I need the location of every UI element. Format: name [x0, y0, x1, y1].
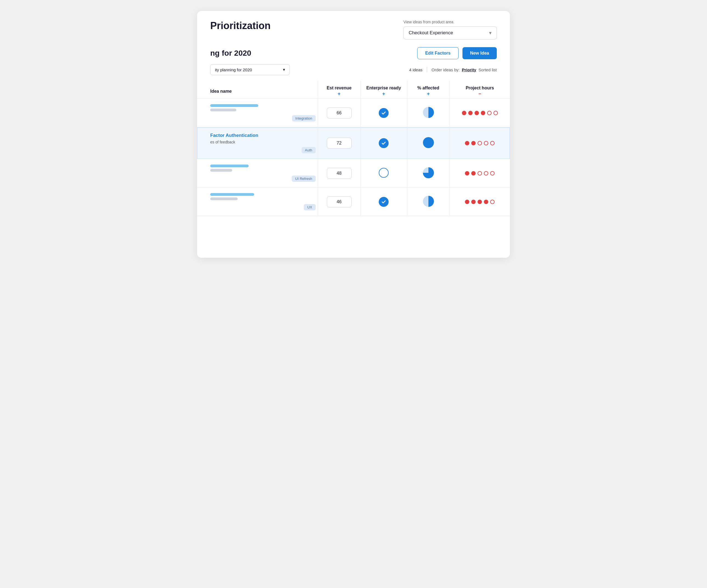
- product-area-dropdown[interactable]: Checkout Experience ▾: [403, 26, 497, 39]
- dot-filled: [484, 200, 488, 204]
- list-dropdown[interactable]: ity planning for 2020 ▾: [210, 64, 290, 75]
- project-hours-cell: [449, 188, 510, 216]
- idea-title[interactable]: Factor Authentication: [210, 133, 316, 138]
- col-est-revenue: Est revenue +: [318, 81, 360, 99]
- enterprise-cell: [360, 99, 407, 127]
- pct-affected-cell: [407, 159, 449, 188]
- ideas-count: 4 ideas: [409, 68, 423, 72]
- enterprise-check-filled: [379, 138, 389, 148]
- dot-empty: [477, 141, 482, 145]
- col-enterprise-ready: Enterprise ready +: [360, 81, 407, 99]
- col-project-hours: Project hours −: [449, 81, 510, 99]
- dots-rating: [452, 141, 508, 145]
- pct-affected-cell: [407, 127, 449, 159]
- sub-title: ng for 2020: [210, 49, 251, 58]
- idea-bars: [210, 164, 316, 172]
- dot-empty: [477, 171, 482, 176]
- revenue-cell: [318, 159, 360, 188]
- project-hours-cell: [449, 127, 510, 159]
- table-body: Integration Factor Authenticationes of f…: [197, 99, 510, 216]
- dot-filled: [477, 200, 482, 204]
- revenue-input[interactable]: [327, 138, 351, 149]
- table-row: Integration: [197, 99, 510, 127]
- table-row: Factor Authenticationes of feedbackAuth: [197, 127, 510, 159]
- table-header: Idea name Est revenue + Enterprise ready…: [197, 81, 510, 99]
- pct-plus[interactable]: +: [409, 91, 447, 97]
- idea-subtitle: es of feedback: [210, 140, 316, 144]
- dots-rating: [452, 200, 508, 204]
- product-area-label: View ideas from product area: [403, 20, 453, 24]
- idea-bar: [210, 104, 258, 107]
- revenue-cell: [318, 188, 360, 216]
- col-idea-name: Idea name: [197, 81, 318, 99]
- dot-empty: [494, 111, 498, 115]
- app-card: Prioritization View ideas from product a…: [197, 11, 510, 258]
- dot-empty: [490, 171, 495, 176]
- idea-bars: [210, 193, 316, 200]
- revenue-input[interactable]: [327, 168, 351, 179]
- edit-factors-button[interactable]: Edit Factors: [417, 47, 458, 59]
- idea-name-cell: Factor Authenticationes of feedbackAuth: [210, 133, 316, 153]
- order-priority[interactable]: Priority: [462, 68, 476, 72]
- est-revenue-plus[interactable]: +: [320, 91, 358, 97]
- dot-filled: [465, 171, 469, 176]
- table-row: UI Refresh: [197, 159, 510, 188]
- table-row: UX: [197, 188, 510, 216]
- pct-affected-cell: [407, 188, 449, 216]
- project-hours-cell: [449, 159, 510, 188]
- revenue-input[interactable]: [327, 196, 351, 207]
- revenue-cell: [318, 127, 360, 159]
- enterprise-cell: [360, 127, 407, 159]
- new-idea-button[interactable]: New Idea: [463, 47, 497, 59]
- enterprise-plus[interactable]: +: [363, 91, 405, 97]
- dots-rating: [452, 111, 508, 115]
- order-by-label: Order ideas by:: [432, 68, 460, 72]
- dot-empty: [484, 171, 488, 176]
- idea-bar: [210, 193, 254, 196]
- dot-filled: [475, 111, 479, 115]
- idea-bar: [210, 197, 238, 200]
- dot-empty: [490, 200, 495, 204]
- header-area: Prioritization View ideas from product a…: [197, 11, 510, 39]
- idea-name-cell: UX: [210, 193, 316, 210]
- dot-filled: [471, 171, 476, 176]
- dot-filled: [462, 111, 466, 115]
- idea-tag[interactable]: Auth: [302, 147, 316, 153]
- project-hours-cell: [449, 99, 510, 127]
- product-area-chevron: ▾: [489, 30, 492, 36]
- order-row: 4 ideas Order ideas by: Priority Sorted …: [409, 67, 497, 72]
- product-area-selector: View ideas from product area Checkout Ex…: [403, 20, 497, 39]
- dot-filled: [468, 111, 473, 115]
- idea-bar: [210, 164, 249, 167]
- filter-row: ity planning for 2020 ▾ 4 ideas Order id…: [197, 59, 510, 75]
- revenue-input[interactable]: [327, 108, 351, 118]
- col-pct-affected: % affected +: [407, 81, 449, 99]
- action-buttons: Edit Factors New Idea: [417, 47, 497, 59]
- dot-filled: [465, 141, 469, 145]
- product-area-value: Checkout Experience: [409, 30, 453, 36]
- order-sorted[interactable]: Sorted list: [478, 68, 497, 72]
- idea-tag[interactable]: UI Refresh: [292, 176, 315, 182]
- table-wrapper: Idea name Est revenue + Enterprise ready…: [197, 81, 510, 216]
- enterprise-cell: [360, 159, 407, 188]
- pct-affected-cell: [407, 99, 449, 127]
- ideas-table: Idea name Est revenue + Enterprise ready…: [197, 81, 510, 216]
- enterprise-check-filled: [379, 108, 389, 118]
- idea-bar: [210, 109, 236, 111]
- dot-filled: [465, 200, 469, 204]
- idea-name-cell: Integration: [210, 104, 316, 121]
- list-label: ity planning for 2020: [215, 68, 252, 72]
- enterprise-cell: [360, 188, 407, 216]
- idea-bar: [210, 169, 232, 172]
- idea-tag[interactable]: Integration: [292, 115, 315, 121]
- dot-filled: [481, 111, 485, 115]
- idea-name-cell: UI Refresh: [210, 164, 316, 182]
- project-minus[interactable]: −: [452, 91, 508, 97]
- sub-header: ng for 2020 Edit Factors New Idea: [197, 39, 510, 59]
- dot-filled: [471, 200, 476, 204]
- dot-empty: [484, 141, 488, 145]
- idea-tag[interactable]: UX: [304, 204, 315, 210]
- page-title: Prioritization: [210, 20, 271, 32]
- idea-bars: [210, 104, 316, 111]
- dot-filled: [471, 141, 476, 145]
